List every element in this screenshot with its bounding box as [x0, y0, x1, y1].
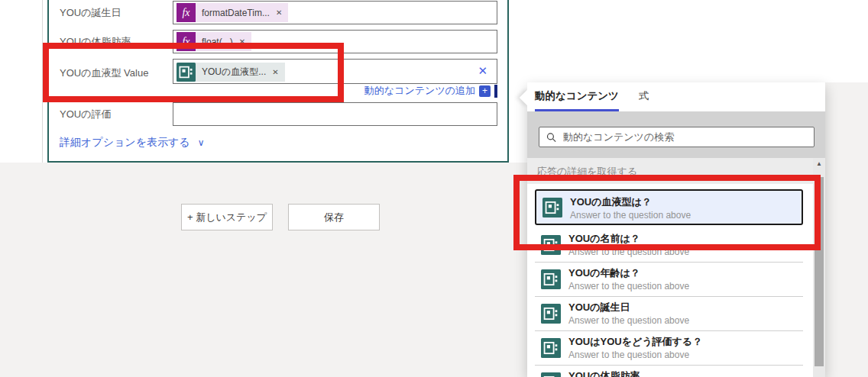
forms-token[interactable]: YOUの血液型... ✕	[177, 63, 285, 82]
remove-token-icon[interactable]: ✕	[238, 37, 251, 46]
forms-icon	[177, 63, 196, 82]
dynamic-content-panel: 動的なコンテンツ 式 応答の詳細を取得する	[527, 82, 825, 377]
add-icon[interactable]: +	[479, 85, 491, 97]
power-automate-editor: YOUの誕生日 fx formatDateTim... ✕ YOUの体脂肪率 f…	[0, 0, 868, 377]
field-label-birthday: YOUの誕生日	[60, 6, 121, 20]
field-label-rating: YOUの評価	[60, 108, 111, 121]
search-input[interactable]	[563, 131, 807, 143]
advanced-options-label: 詳細オプションを表示する	[60, 136, 190, 150]
dynamic-content-item-birthday[interactable]: YOUの誕生日 Answer to the question above	[535, 298, 803, 331]
bodyfat-input[interactable]: fx float(...) ✕	[173, 30, 497, 53]
dynamic-content-item-evaluation[interactable]: YOUはYOUをどう評価する？ Answer to the question a…	[535, 332, 803, 366]
rating-input[interactable]	[173, 102, 497, 126]
dynamic-content-item-bloodtype[interactable]: YOUの血液型は？ Answer to the question above	[535, 189, 803, 225]
remove-token-icon[interactable]: ✕	[274, 8, 288, 17]
field-label-bodyfat: YOUの体脂肪率	[60, 35, 131, 49]
action-card: YOUの誕生日 fx formatDateTim... ✕ YOUの体脂肪率 f…	[47, 0, 509, 163]
save-button[interactable]: 保存	[288, 204, 380, 230]
bloodtype-input[interactable]: YOUの血液型... ✕ ✕	[173, 59, 497, 84]
tab-dynamic-content[interactable]: 動的なコンテンツ	[535, 82, 619, 111]
token-text: formatDateTim...	[196, 8, 274, 18]
item-title: YOUの体脂肪率	[568, 369, 640, 377]
scrollbar-thumb[interactable]	[815, 177, 824, 366]
forms-icon	[541, 372, 561, 377]
forms-icon	[541, 269, 561, 289]
tab-expression[interactable]: 式	[639, 82, 649, 111]
forms-icon	[541, 235, 561, 255]
forms-icon	[542, 198, 562, 218]
expression-token[interactable]: fx formatDateTim... ✕	[177, 3, 288, 22]
field-label-bloodtype: YOUの血液型 Value	[60, 66, 148, 80]
section-header: 応答の詳細を取得する	[527, 158, 825, 184]
item-subtitle: Answer to the question above	[570, 210, 691, 221]
remove-token-icon[interactable]: ✕	[270, 68, 284, 76]
expression-fx-icon: fx	[177, 32, 196, 51]
search-box[interactable]	[539, 127, 815, 147]
clear-field-icon[interactable]: ✕	[478, 64, 487, 78]
item-subtitle: Answer to the question above	[568, 246, 689, 257]
cursor-bar	[494, 85, 497, 98]
item-title: YOUの名前は？	[568, 232, 640, 246]
section-header-label: 応答の詳細を取得する	[537, 165, 637, 179]
search-area	[527, 111, 825, 158]
canvas-background	[527, 0, 868, 82]
panel-scrollbar[interactable]: ▲	[813, 158, 825, 377]
divider	[42, 0, 43, 163]
expression-fx-icon: fx	[177, 3, 196, 22]
item-subtitle: Answer to the question above	[568, 315, 689, 326]
search-icon	[546, 132, 556, 143]
scroll-up-icon[interactable]: ▲	[813, 160, 825, 167]
token-text: float(...)	[196, 37, 238, 47]
item-title: YOUの年齢は？	[568, 266, 640, 280]
panel-tabs: 動的なコンテンツ 式	[527, 82, 825, 111]
item-title: YOUはYOUをどう評価する？	[568, 335, 702, 349]
item-subtitle: Answer to the question above	[568, 281, 689, 292]
chevron-down-icon: ∨	[198, 137, 205, 148]
birthday-input[interactable]: fx formatDateTim... ✕	[173, 1, 497, 24]
item-subtitle: Answer to the question above	[568, 350, 689, 360]
forms-icon	[541, 304, 561, 324]
forms-icon	[541, 338, 561, 358]
new-step-button[interactable]: + 新しいステップ	[181, 204, 273, 230]
dynamic-content-item-name[interactable]: YOUの名前は？ Answer to the question above	[535, 229, 803, 263]
dynamic-content-item-bodyfat[interactable]: YOUの体脂肪率 Answer to the question above	[535, 366, 803, 377]
item-title: YOUの誕生日	[568, 301, 630, 314]
expression-token[interactable]: fx float(...) ✕	[177, 32, 251, 51]
add-dynamic-content-link[interactable]: 動的なコンテンツの追加	[364, 84, 475, 98]
add-dynamic-content-row: 動的なコンテンツの追加 +	[364, 84, 497, 98]
dynamic-content-item-age[interactable]: YOUの年齢は？ Answer to the question above	[535, 263, 803, 297]
item-title: YOUの血液型は？	[570, 195, 652, 209]
show-advanced-options-link[interactable]: 詳細オプションを表示する ∨	[60, 136, 204, 150]
token-text: YOUの血液型...	[196, 66, 270, 79]
